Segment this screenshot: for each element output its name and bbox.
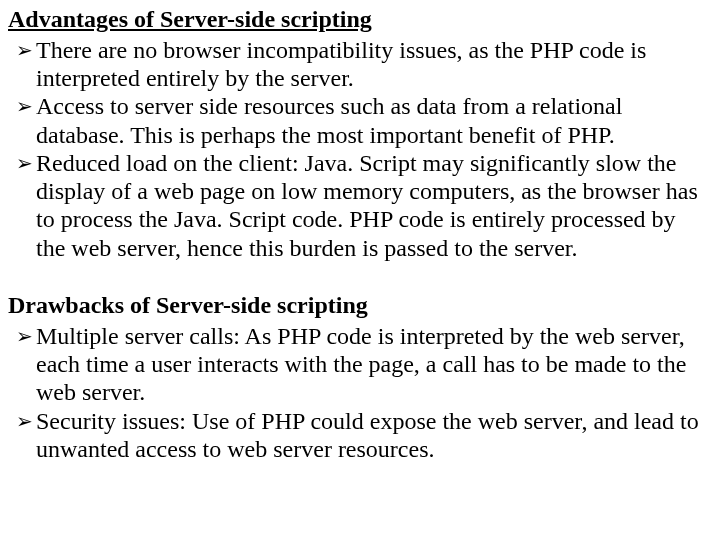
- list-item: Security issues: Use of PHP could expose…: [8, 407, 708, 464]
- document-page: Advantages of Server-side scripting Ther…: [0, 0, 720, 463]
- list-item: Multiple server calls: As PHP code is in…: [8, 322, 708, 407]
- section-heading-drawbacks: Drawbacks of Server-side scripting: [8, 292, 708, 320]
- advantages-list: There are no browser incompatibility iss…: [8, 36, 708, 263]
- list-item: There are no browser incompatibility iss…: [8, 36, 708, 93]
- section-heading-advantages: Advantages of Server-side scripting: [8, 6, 708, 34]
- list-item: Access to server side resources such as …: [8, 92, 708, 149]
- list-item: Reduced load on the client: Java. Script…: [8, 149, 708, 262]
- drawbacks-list: Multiple server calls: As PHP code is in…: [8, 322, 708, 464]
